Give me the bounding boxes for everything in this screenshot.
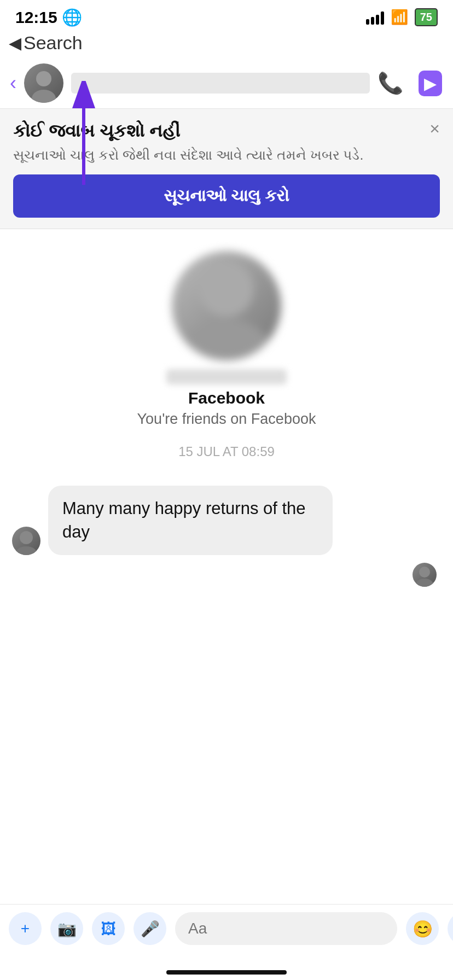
mic-button[interactable]: 🎤 — [133, 912, 166, 945]
emoji-button[interactable]: 😊 — [406, 912, 439, 945]
notification-close-button[interactable]: × — [429, 119, 440, 139]
home-indicator — [166, 970, 287, 975]
profile-name-blurred — [166, 369, 287, 384]
wifi-icon: 📶 — [391, 9, 408, 26]
video-call-button[interactable]: ▶ — [419, 71, 442, 96]
svg-point-0 — [36, 71, 51, 86]
camera-icon: 📷 — [57, 920, 77, 938]
messages-area: Many many happy returns of the day — [0, 486, 453, 587]
profile-platform-label: Facebook — [188, 389, 265, 407]
sender-avatar — [12, 527, 40, 555]
notification-banner: કોઈ જવાબ ચૂકશો નહીં સૂચનાઓ ચાલુ કરો જેથી… — [0, 109, 453, 229]
like-button[interactable]: 👍 — [448, 912, 453, 945]
svg-point-1 — [32, 90, 56, 103]
svg-point-7 — [15, 546, 37, 555]
received-message-bubble: Many many happy returns of the day — [48, 486, 333, 555]
message-date-label: 15 JUL AT 08:59 — [178, 444, 275, 459]
message-row: Many many happy returns of the day — [12, 486, 441, 555]
sender-seen-avatar — [413, 563, 437, 587]
contact-name-blurred — [71, 73, 370, 94]
contact-avatar[interactable] — [24, 63, 63, 103]
input-bar: + 📷 🖼 🎤 😊 👍 — [0, 904, 453, 953]
add-icon: + — [21, 920, 30, 937]
svg-point-8 — [419, 567, 430, 578]
battery-indicator: 75 — [415, 8, 438, 26]
chat-back-button[interactable]: ‹ — [10, 72, 16, 95]
svg-point-6 — [20, 531, 33, 544]
call-button[interactable]: 📞 — [378, 71, 403, 95]
header-actions: 📞 ▶ — [378, 71, 442, 96]
profile-friends-text: You're friends on Facebook — [137, 411, 316, 428]
camera-button[interactable]: 📷 — [50, 912, 83, 945]
video-icon: ▶ — [424, 74, 437, 93]
chat-body: Facebook You're friends on Facebook 15 J… — [0, 229, 453, 721]
status-icons: 📶 75 — [366, 8, 438, 26]
back-nav[interactable]: ◀ Search — [0, 30, 453, 59]
back-nav-label: Search — [24, 32, 83, 54]
add-button[interactable]: + — [9, 912, 42, 945]
gallery-button[interactable]: 🖼 — [92, 912, 125, 945]
arrow-pointer-annotation — [70, 81, 97, 192]
status-time: 12:15 🌐 — [15, 8, 82, 27]
emoji-icon: 😊 — [413, 919, 433, 938]
message-input[interactable] — [175, 912, 397, 945]
svg-point-9 — [416, 579, 433, 587]
gallery-icon: 🖼 — [101, 920, 116, 938]
back-arrow-icon: ◀ — [9, 33, 21, 52]
svg-point-5 — [183, 319, 270, 360]
profile-info-section: Facebook You're friends on Facebook 15 J… — [0, 229, 453, 486]
status-bar: 12:15 🌐 📶 75 — [0, 0, 453, 30]
signal-bars — [366, 10, 384, 25]
received-message-text: Many many happy returns of the day — [62, 499, 306, 541]
profile-avatar-large — [172, 251, 281, 360]
chat-header: ‹ 📞 ▶ — [0, 59, 453, 109]
globe-icon: 🌐 — [62, 8, 82, 27]
mic-icon: 🎤 — [141, 920, 160, 938]
svg-point-4 — [199, 262, 254, 317]
